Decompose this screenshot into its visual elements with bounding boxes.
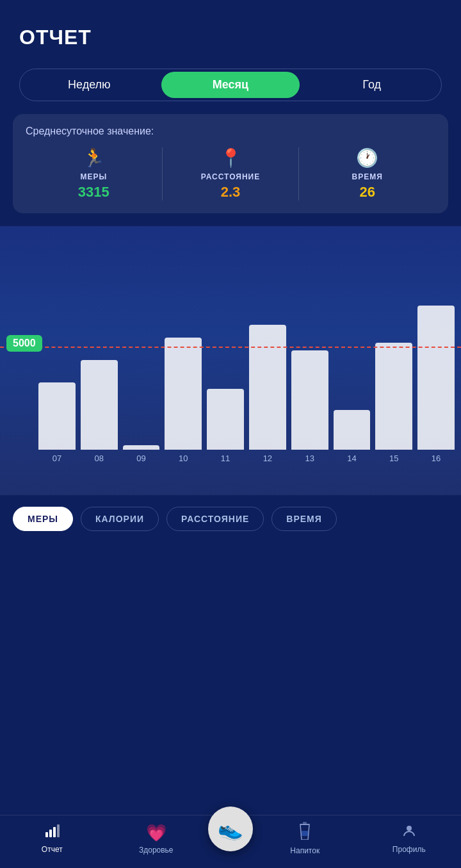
- health-icon: 💗: [146, 823, 166, 843]
- nav-profile-label: Профиль: [392, 845, 426, 854]
- svg-rect-0: [45, 832, 48, 837]
- nav-report-label: Отчет: [42, 845, 63, 854]
- drink-icon: [298, 822, 312, 844]
- svg-rect-2: [53, 827, 56, 837]
- stats-card: Среднесуточное значение: 🏃 МЕРЫ 3315 📍 Р…: [13, 114, 448, 213]
- nav-drink[interactable]: Напиток: [253, 822, 357, 855]
- period-year-button[interactable]: Год: [302, 69, 441, 101]
- bar-label-13: 13: [305, 454, 314, 463]
- bar-label-15: 15: [389, 454, 398, 463]
- distance-label: РАССТОЯНИЕ: [201, 172, 260, 181]
- report-icon: [44, 823, 60, 842]
- bar-14: [334, 410, 371, 450]
- distance-value: 2.3: [221, 184, 241, 201]
- bar-label-14: 14: [347, 454, 356, 463]
- bar-group-10: 10: [165, 338, 202, 463]
- chart-container: 5000 07080910111213141516: [0, 245, 461, 489]
- stat-steps: 🏃 МЕРЫ 3315: [26, 147, 162, 201]
- page-title: ОТЧЕТ: [19, 26, 442, 49]
- steps-value: 3315: [78, 184, 109, 201]
- chart-tab-calories[interactable]: КАЛОРИИ: [81, 507, 159, 531]
- goal-label: 5000: [6, 335, 42, 352]
- time-value: 26: [359, 184, 375, 201]
- time-icon: 🕐: [356, 147, 378, 168]
- bar-group-11: 11: [207, 389, 244, 463]
- bar-group-13: 13: [291, 350, 328, 463]
- svg-point-6: [407, 826, 412, 831]
- period-week-button[interactable]: Неделю: [20, 69, 159, 101]
- period-selector: Неделю Месяц Год: [19, 69, 442, 101]
- bar-label-09: 09: [136, 454, 145, 463]
- bar-09: [123, 445, 160, 450]
- nav-health[interactable]: 💗 Здоровье: [104, 823, 209, 855]
- spacer: [0, 543, 461, 804]
- bar-label-12: 12: [263, 454, 272, 463]
- bar-group-09: 09: [123, 445, 160, 464]
- bar-15: [375, 343, 412, 450]
- bottom-nav: Отчет 💗 Здоровье 👟 Напиток Профиль: [0, 815, 461, 868]
- goal-line: [0, 347, 461, 348]
- bar-group-08: 08: [81, 360, 118, 463]
- nav-report[interactable]: Отчет: [0, 823, 104, 854]
- stat-distance: 📍 РАССТОЯНИЕ 2.3: [162, 147, 299, 201]
- nav-health-label: Здоровье: [139, 846, 174, 855]
- nav-drink-label: Напиток: [290, 846, 319, 855]
- bar-group-07: 07: [38, 382, 76, 463]
- nav-center-button[interactable]: 👟: [208, 807, 253, 851]
- bar-16: [417, 306, 455, 450]
- bar-label-08: 08: [94, 454, 103, 463]
- svg-rect-5: [302, 831, 308, 836]
- steps-icon: 🏃: [83, 147, 105, 168]
- bar-08: [81, 360, 118, 450]
- bars-area: 07080910111213141516: [38, 271, 455, 463]
- nav-profile[interactable]: Профиль: [357, 823, 462, 854]
- chart-tabs: МЕРЫ КАЛОРИИ РАССТОЯНИЕ ВРЕМЯ: [0, 495, 461, 543]
- bar-group-12: 12: [249, 325, 286, 463]
- bar-10: [165, 338, 202, 450]
- chart-tab-time[interactable]: ВРЕМЯ: [271, 507, 337, 531]
- chart-section: 5000 07080910111213141516: [0, 226, 461, 495]
- center-icon: 👟: [218, 817, 243, 841]
- header: ОТЧЕТ: [0, 0, 461, 62]
- chart-tab-steps[interactable]: МЕРЫ: [13, 507, 73, 531]
- svg-rect-3: [57, 824, 60, 837]
- stat-time: 🕐 ВРЕМЯ 26: [298, 147, 435, 201]
- svg-rect-1: [49, 830, 52, 837]
- steps-label: МЕРЫ: [80, 172, 107, 181]
- bar-group-16: 16: [417, 306, 455, 463]
- chart-tab-distance[interactable]: РАССТОЯНИЕ: [166, 507, 264, 531]
- bar-label-07: 07: [53, 454, 61, 463]
- period-month-button[interactable]: Месяц: [161, 72, 300, 98]
- bar-11: [207, 389, 244, 450]
- svg-rect-4: [303, 822, 307, 824]
- bar-group-15: 15: [375, 343, 412, 464]
- bar-label-16: 16: [432, 454, 441, 463]
- time-label: ВРЕМЯ: [352, 172, 383, 181]
- bar-label-11: 11: [221, 454, 230, 463]
- stats-subtitle: Среднесуточное значение:: [26, 126, 435, 137]
- bar-07: [38, 382, 76, 450]
- distance-icon: 📍: [220, 147, 242, 168]
- bar-12: [249, 325, 286, 450]
- bar-label-10: 10: [179, 454, 188, 463]
- bar-13: [291, 350, 328, 450]
- profile-icon: [401, 823, 417, 842]
- bar-group-14: 14: [334, 410, 371, 464]
- stats-row: 🏃 МЕРЫ 3315 📍 РАССТОЯНИЕ 2.3 🕐 ВРЕМЯ 26: [26, 147, 435, 201]
